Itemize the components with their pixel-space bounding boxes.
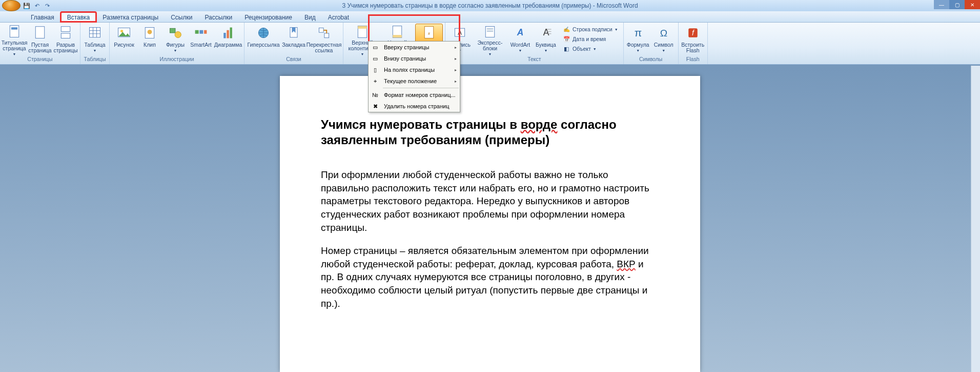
cover-page-button[interactable]: Титульная страница▼ — [2, 24, 27, 55]
svg-point-13 — [148, 30, 152, 34]
object-button[interactable]: ◧Объект ▼ — [561, 44, 619, 53]
save-icon[interactable]: 💾 — [23, 2, 31, 10]
titlebar: 💾 ↶ ↷ 3 Учимся нумеровать страницы в вор… — [0, 0, 980, 11]
group-links-label: Связи — [247, 55, 341, 63]
svg-rect-1 — [11, 27, 17, 29]
svg-rect-4 — [61, 33, 70, 38]
symbol-label: Символ — [654, 42, 673, 48]
wordart-button[interactable]: A WordArt▼ — [508, 24, 533, 55]
quickparts-button[interactable]: Экспресс-блоки▼ — [473, 24, 507, 55]
shapes-button[interactable]: Фигуры▼ — [163, 24, 188, 55]
bookmark-button[interactable]: Закладка — [281, 24, 306, 55]
tab-acrobat[interactable]: Acrobat — [322, 12, 355, 22]
menu-bottom-of-page[interactable]: ▭Внизу страницы▸ — [369, 53, 460, 64]
hyperlink-label: Гиперссылка — [247, 42, 279, 48]
quick-access-toolbar: 💾 ↶ ↷ — [0, 0, 51, 11]
svg-text:A: A — [517, 27, 524, 37]
crossref-button[interactable]: Перекрестная ссылка — [307, 24, 341, 55]
symbol-button[interactable]: Ω Символ▼ — [651, 24, 676, 55]
doc-paragraph-2: Номер страницы – является обязательным э… — [321, 244, 659, 310]
blank-page-label: Пустая страница — [28, 42, 52, 53]
document-page[interactable]: Учимся нумеровать страницы в ворде согла… — [280, 76, 700, 372]
doc-heading: Учимся нумеровать страницы в ворде согла… — [321, 117, 659, 148]
chart-button[interactable]: Диаграмма — [214, 24, 242, 55]
dropcap-button[interactable]: A Буквица▼ — [534, 24, 558, 55]
table-label: Таблица — [84, 42, 105, 48]
ribbon: Титульная страница▼ Пустая страница Разр… — [0, 23, 980, 65]
picture-label: Рисунок — [114, 42, 134, 48]
svg-text:A: A — [458, 29, 462, 36]
table-button[interactable]: Таблица▼ — [83, 24, 107, 55]
hyperlink-icon — [255, 25, 272, 41]
vertical-scrollbar[interactable] — [971, 66, 980, 372]
svg-point-11 — [120, 30, 123, 32]
group-flash: f Встроить Flash Flash — [679, 23, 708, 64]
group-symbols: π Формула▼ Ω Символ▼ Символы — [624, 23, 679, 64]
svg-text:#: # — [428, 32, 430, 35]
hyperlink-button[interactable]: Гиперссылка — [247, 24, 280, 55]
window-controls: — ▢ ✕ — [934, 0, 980, 9]
svg-rect-29 — [393, 35, 402, 37]
maximize-button[interactable]: ▢ — [949, 0, 965, 9]
menu-remove-numbers[interactable]: ✖Удалить номера страниц — [369, 101, 460, 112]
close-button[interactable]: ✕ — [965, 0, 980, 9]
clipart-label: Клип — [144, 42, 156, 48]
minimize-button[interactable]: — — [934, 0, 949, 9]
svg-rect-21 — [230, 28, 232, 38]
page-break-button[interactable]: Разрыв страницы — [53, 24, 78, 55]
tab-review[interactable]: Рецензирование — [238, 12, 298, 22]
bookmark-icon — [285, 25, 302, 41]
tab-mailings[interactable]: Рассылки — [198, 12, 238, 22]
svg-rect-16 — [195, 30, 199, 34]
embed-flash-button[interactable]: f Встроить Flash — [681, 24, 705, 55]
menu-format-numbers[interactable]: №Формат номеров страниц... — [369, 89, 460, 101]
datetime-button[interactable]: 📅Дата и время — [561, 34, 619, 44]
table-icon — [87, 25, 103, 41]
menu-separator — [383, 88, 459, 88]
spellcheck-word: ВКР — [617, 259, 635, 269]
menu-current-position[interactable]: ⌖Текущее положение▸ — [369, 75, 460, 87]
tab-home[interactable]: Главная — [25, 12, 60, 22]
embed-flash-label: Встроить Flash — [681, 42, 705, 53]
format-numbers-icon: № — [371, 90, 380, 100]
group-text: A Надпись▼ Экспресс-блоки▼ A WordArt▼ A … — [445, 23, 624, 64]
page-margins-icon: ▯ — [371, 65, 380, 74]
footer-icon — [389, 25, 405, 39]
group-links: Гиперссылка Закладка Перекрестная ссылка… — [244, 23, 343, 64]
menu-page-margins[interactable]: ▯На полях страницы▸ — [369, 64, 460, 75]
svg-rect-27 — [358, 26, 367, 29]
group-flash-label: Flash — [681, 55, 705, 63]
group-text-label: Текст — [447, 55, 621, 63]
crossref-label: Перекрестная ссылка — [307, 42, 342, 53]
group-symbols-label: Символы — [626, 55, 676, 63]
page-break-label: Разрыв страницы — [53, 42, 78, 53]
svg-rect-3 — [61, 27, 70, 32]
chart-label: Диаграмма — [214, 42, 242, 48]
clipart-button[interactable]: Клип — [137, 24, 162, 55]
picture-icon — [116, 25, 132, 41]
tab-insert[interactable]: Вставка — [60, 12, 97, 22]
svg-rect-18 — [204, 30, 207, 34]
equation-button[interactable]: π Формула▼ — [626, 24, 650, 55]
office-button[interactable] — [2, 0, 21, 11]
dropcap-label: Буквица — [536, 42, 556, 48]
svg-rect-19 — [223, 33, 226, 38]
picture-button[interactable]: Рисунок — [112, 24, 136, 55]
tab-view[interactable]: Вид — [298, 12, 322, 22]
current-position-icon: ⌖ — [371, 76, 380, 86]
smartart-button[interactable]: SmartArt — [189, 24, 213, 55]
svg-rect-5 — [90, 28, 100, 37]
redo-icon[interactable]: ↷ — [43, 2, 51, 10]
page-break-icon — [57, 25, 74, 41]
bottom-of-page-icon: ▭ — [371, 54, 380, 63]
menu-top-of-page[interactable]: ▭Вверху страницы▸ — [369, 42, 460, 53]
undo-icon[interactable]: ↶ — [33, 2, 41, 10]
textbox-icon: A — [452, 25, 468, 41]
text-small-buttons: ✍Строка подписи ▼ 📅Дата и время ◧Объект … — [559, 24, 621, 55]
signature-line-button[interactable]: ✍Строка подписи ▼ — [561, 25, 619, 34]
equation-icon: π — [630, 25, 646, 41]
quickparts-icon — [482, 25, 498, 39]
tab-references[interactable]: Ссылки — [165, 12, 198, 22]
blank-page-button[interactable]: Пустая страница — [28, 24, 52, 55]
tab-layout[interactable]: Разметка страницы — [96, 12, 165, 22]
